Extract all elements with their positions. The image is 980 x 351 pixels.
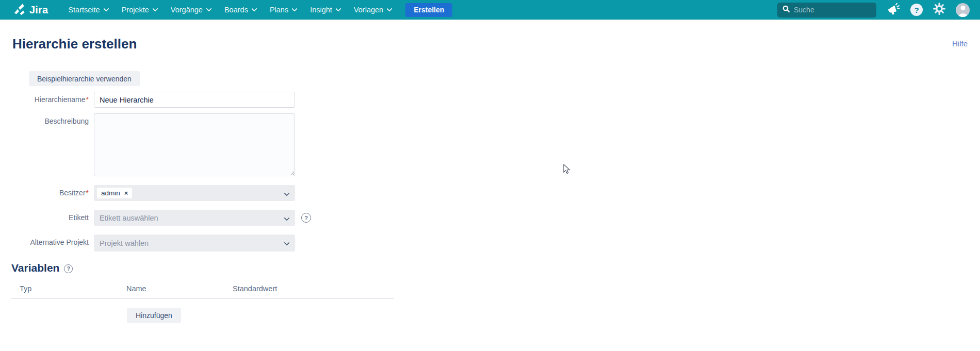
menu-projekte[interactable]: Projekte bbox=[115, 0, 164, 20]
col-standardwert: Standardwert bbox=[233, 285, 394, 293]
variables-table: Typ Name Standardwert bbox=[11, 281, 394, 299]
megaphone-icon bbox=[887, 3, 900, 17]
chevron-down-icon bbox=[252, 7, 256, 11]
page-header: Hierarchie erstellen Hilfe bbox=[0, 20, 980, 52]
user-avatar bbox=[956, 3, 970, 17]
form-row-owner: Besitzer* admin × bbox=[0, 185, 980, 201]
remove-tag-icon[interactable]: × bbox=[124, 190, 128, 196]
chevron-down-icon bbox=[387, 7, 391, 11]
profile-button[interactable] bbox=[956, 3, 970, 17]
alt-project-placeholder: Projekt wählen bbox=[100, 239, 149, 247]
etikett-label: Etikett bbox=[69, 213, 89, 222]
navbar-right: Suche ? bbox=[777, 3, 970, 18]
form-row-label: Etikett Etikett auswählen ? bbox=[0, 210, 980, 226]
menu-boards[interactable]: Boards bbox=[218, 0, 263, 20]
etikett-help-icon[interactable]: ? bbox=[301, 213, 311, 223]
help-button[interactable]: ? bbox=[910, 4, 923, 16]
main-menu: Startseite Projekte Vorgänge Boards Plan… bbox=[61, 0, 398, 20]
jira-logo-icon bbox=[13, 3, 26, 17]
add-variable-button[interactable]: Hinzufügen bbox=[127, 308, 181, 323]
brand-name: Jira bbox=[29, 4, 48, 16]
hierarchy-form: Hierarchiename* Beschreibung Besitzer* a… bbox=[0, 92, 980, 252]
chevron-down-icon bbox=[285, 216, 289, 220]
form-row-name: Hierarchiename* bbox=[0, 92, 980, 108]
required-marker: * bbox=[86, 189, 89, 197]
variables-table-header: Typ Name Standardwert bbox=[11, 281, 394, 299]
chevron-down-icon bbox=[285, 191, 289, 195]
gear-icon bbox=[933, 3, 945, 17]
alt-project-label: Alternative Projekt bbox=[30, 238, 89, 246]
description-label: Beschreibung bbox=[44, 117, 89, 125]
use-sample-hierarchy-button[interactable]: Beispielhierarchie verwenden bbox=[29, 71, 140, 86]
required-marker: * bbox=[86, 95, 89, 104]
alt-project-select[interactable]: Projekt wählen bbox=[94, 235, 295, 252]
search-icon bbox=[782, 5, 790, 14]
chevron-down-icon bbox=[104, 7, 108, 11]
menu-insight[interactable]: Insight bbox=[303, 0, 347, 20]
col-typ: Typ bbox=[20, 285, 126, 293]
owner-tag: admin × bbox=[97, 188, 132, 198]
name-label: Hierarchiename bbox=[35, 95, 86, 104]
settings-button[interactable] bbox=[933, 3, 945, 17]
chevron-down-icon bbox=[207, 7, 211, 11]
owner-label: Besitzer bbox=[59, 189, 86, 197]
jira-brand[interactable]: Jira bbox=[13, 3, 48, 17]
chevron-down-icon bbox=[292, 7, 297, 11]
menu-startseite[interactable]: Startseite bbox=[61, 0, 115, 20]
search-input[interactable]: Suche bbox=[777, 3, 876, 18]
top-navbar: Jira Startseite Projekte Vorgänge Boards… bbox=[0, 0, 980, 20]
search-placeholder: Suche bbox=[794, 6, 814, 14]
announcements-button[interactable] bbox=[887, 3, 900, 17]
etikett-placeholder: Etikett auswählen bbox=[100, 214, 158, 222]
form-row-description: Beschreibung bbox=[0, 113, 980, 176]
chevron-down-icon bbox=[153, 7, 157, 11]
variables-title: Variablen bbox=[11, 262, 59, 274]
hierarchy-name-input[interactable] bbox=[94, 92, 295, 108]
menu-plans[interactable]: Plans bbox=[263, 0, 303, 20]
owner-multiselect[interactable]: admin × bbox=[94, 185, 295, 201]
chevron-down-icon bbox=[336, 7, 340, 11]
menu-vorlagen[interactable]: Vorlagen bbox=[347, 0, 398, 20]
page-title: Hierarchie erstellen bbox=[12, 36, 137, 52]
chevron-down-icon bbox=[285, 241, 289, 245]
help-link[interactable]: Hilfe bbox=[952, 39, 968, 48]
variables-header: Variablen ? bbox=[11, 262, 980, 274]
menu-vorgaenge[interactable]: Vorgänge bbox=[164, 0, 218, 20]
description-textarea[interactable] bbox=[94, 113, 295, 176]
help-icon: ? bbox=[910, 4, 923, 16]
form-row-alt-project: Alternative Projekt Projekt wählen bbox=[0, 235, 980, 252]
create-button[interactable]: Erstellen bbox=[405, 3, 452, 17]
col-name: Name bbox=[126, 285, 233, 293]
variables-help-icon[interactable]: ? bbox=[64, 264, 73, 273]
etikett-select[interactable]: Etikett auswählen bbox=[94, 210, 295, 226]
